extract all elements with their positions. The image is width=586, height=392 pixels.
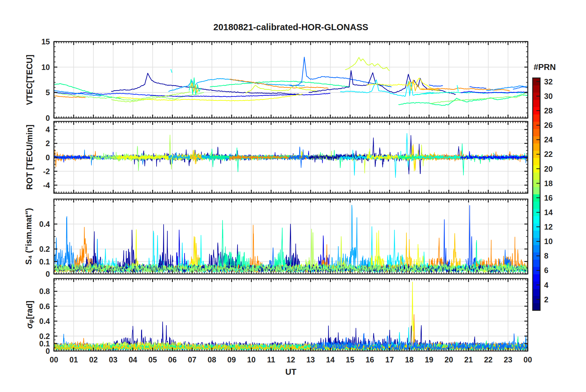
colorbar-tick-label: 22 (544, 150, 553, 158)
y-tick-label: 0.2 (39, 332, 50, 341)
y-axis-label-vtec: VTEC[TECU] (25, 55, 35, 105)
colorbar-segment (533, 231, 540, 238)
y-tick-label: 10 (41, 63, 50, 71)
x-tick-label: 16 (365, 355, 374, 364)
x-axis-label: UT (54, 367, 528, 377)
colorbar-segment (533, 187, 540, 194)
x-tick-label: 02 (89, 355, 98, 364)
y-tick-label: 0.2 (39, 245, 50, 253)
panel-sigma_phi: 00.10.20.40.60.8 (39, 279, 528, 355)
panel-s4: 00.10.20.4 (39, 199, 528, 278)
x-tick-label: 20 (445, 355, 453, 364)
colorbar: 2468101214161820222426283032 (533, 77, 553, 311)
y-tick-label: 15 (41, 37, 50, 46)
series-prn-7 (470, 87, 486, 88)
y-tick-label: 0 (46, 114, 50, 122)
colorbar-segment (533, 303, 540, 310)
x-tick-label: 18 (405, 355, 414, 364)
colorbar-tick-label: 24 (544, 135, 553, 144)
colorbar-segment (533, 259, 540, 267)
colorbar-segment (533, 85, 540, 93)
x-tick-label: 03 (109, 355, 117, 364)
x-tick-label: 11 (267, 355, 275, 364)
y-tick-label: 0.6 (39, 302, 50, 311)
panel-rot: -4-2024 (43, 121, 528, 193)
colorbar-tick-label: 16 (544, 194, 553, 202)
y-tick-label: 0.8 (39, 287, 50, 296)
x-tick-label: 21 (464, 355, 473, 364)
series-prn-19 (419, 145, 425, 166)
x-tick-label: 07 (188, 355, 197, 364)
series-prn-8 (513, 87, 528, 89)
colorbar-segment (533, 288, 540, 296)
series-prn-19 (345, 57, 389, 71)
colorbar-tick-label: 20 (544, 165, 553, 173)
y-tick-label: 0.1 (39, 257, 50, 266)
series-prn-2 (159, 224, 173, 272)
colorbar-tick-label: 12 (544, 223, 553, 231)
y-tick-label: 5 (46, 88, 50, 97)
gridlines (54, 42, 528, 118)
colorbar-segment (533, 202, 540, 209)
x-tick-label: 19 (425, 355, 433, 364)
gridlines (54, 279, 528, 351)
series-prn-16 (210, 81, 350, 87)
series-prn-7 (429, 85, 443, 86)
series-prn-9 (54, 216, 86, 272)
y-tick-label: -2 (43, 167, 50, 176)
y-tick-label: 0 (46, 347, 50, 355)
y-axis-label-rot: ROT [TECU/min] (25, 125, 35, 190)
y-tick-label: 0 (46, 153, 50, 162)
series-prn-7 (466, 206, 475, 272)
y-tick-label: -4 (43, 181, 50, 190)
y-axis-label-sigma-phi: σᵩ[rad] (25, 300, 35, 329)
colorbar-segment (533, 172, 540, 180)
colorbar-tick-label: 32 (544, 77, 553, 86)
colorbar-tick-label: 8 (544, 251, 548, 260)
series-prn-16 (54, 84, 121, 98)
series-prn-2 (286, 224, 299, 272)
colorbar-title: #PRN (525, 63, 565, 72)
x-tick-label: 00 (50, 355, 58, 364)
sigma-phi-unit: [rad] (25, 300, 34, 319)
x-tick-label: 14 (326, 355, 335, 364)
colorbar-tick-label: 14 (544, 208, 553, 217)
colorbar-segment (533, 274, 540, 281)
colorbar-tick-label: 28 (544, 106, 553, 115)
series-prn-9 (486, 86, 528, 91)
x-tick-label: 06 (168, 355, 177, 364)
x-tick-label: 23 (504, 355, 512, 364)
series-prn-13 (171, 69, 172, 73)
x-tick-label: 04 (128, 355, 137, 364)
y-axis-label-s4: S₄ ("ism.mat") (24, 208, 34, 265)
series-prn-18 (111, 135, 190, 169)
series-prn-8 (289, 57, 392, 87)
y-tick-label: 2 (46, 139, 50, 148)
plot-svg: 051015-4-202400.10.20.400.10.20.40.60.80… (0, 0, 586, 392)
x-tick-label: 08 (208, 355, 216, 364)
colorbar-tick-label: 26 (544, 121, 553, 129)
y-tick-label: 4 (46, 125, 50, 134)
colorbar-tick-label: 4 (544, 281, 548, 289)
colorbar-segment (533, 100, 540, 107)
colorbar-segment (533, 129, 540, 136)
y-tick-label: 0.4 (39, 220, 50, 228)
x-tick-label: 01 (69, 355, 78, 364)
x-tick-label: 17 (385, 355, 394, 364)
colorbar-tick-label: 2 (544, 295, 548, 304)
series-prn-17 (431, 92, 528, 103)
panel-vtec: 051015 (41, 37, 528, 122)
x-tick-label: 12 (287, 355, 295, 364)
colorbar-tick-label: 18 (544, 179, 553, 188)
x-tick-label: 15 (346, 355, 354, 364)
x-tick-label: 05 (149, 355, 157, 364)
colorbar-tick-label: 6 (544, 266, 548, 275)
colorbar-segment (533, 245, 540, 252)
figure-root: 20180821-calibrated-HOR-GLONASS 051015-4… (0, 0, 586, 392)
colorbar-segment (533, 158, 540, 165)
sigma-phi-symbol: σᵩ (25, 319, 34, 329)
series-prn-15 (188, 148, 243, 172)
x-tick-label: 09 (227, 355, 236, 364)
y-tick-label: 0.1 (39, 339, 50, 348)
x-tick-label: 22 (484, 355, 493, 364)
